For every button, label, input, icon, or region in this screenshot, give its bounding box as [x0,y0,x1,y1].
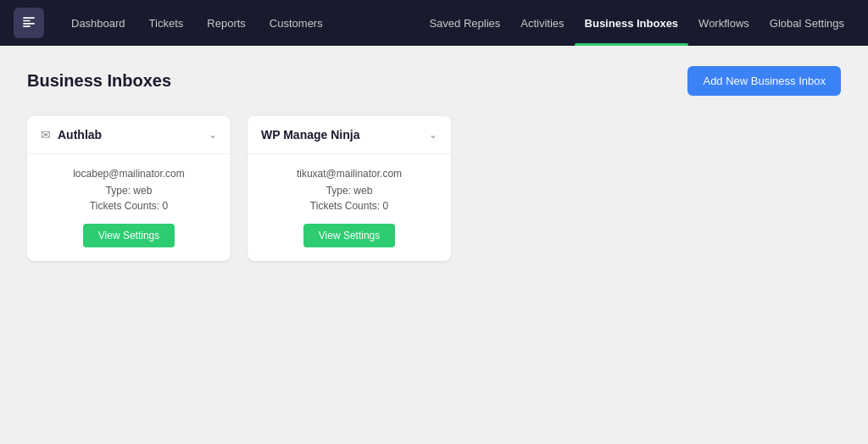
main-content: Business Inboxes Add New Business Inbox … [0,46,868,444]
app-logo[interactable] [14,8,44,38]
inbox-card-authlab: ✉ Authlab ⌄ locabep@mailinator.com Type:… [27,116,231,261]
nav-item-global-settings[interactable]: Global Settings [760,0,854,46]
chevron-down-icon-wp-manage-ninja[interactable]: ⌄ [429,129,437,141]
nav-item-tickets[interactable]: Tickets [139,0,194,46]
card-body-authlab: locabep@mailinator.com Type: web Tickets… [27,154,231,261]
card-header-authlab: ✉ Authlab ⌄ [27,116,231,154]
card-header-left-authlab: ✉ Authlab [41,128,102,142]
inbox-icon-authlab: ✉ [41,128,51,142]
nav-item-workflows[interactable]: Workflows [688,0,760,46]
nav-item-dashboard[interactable]: Dashboard [61,0,136,46]
view-settings-button-authlab[interactable]: View Settings [83,224,175,247]
card-tickets-authlab: Tickets Counts: 0 [41,200,217,212]
nav-left: Dashboard Tickets Reports Customers [61,0,333,46]
nav-item-saved-replies[interactable]: Saved Replies [419,0,510,46]
nav-item-business-inboxes[interactable]: Business Inboxes [575,0,689,46]
card-email-wp-manage-ninja: tikuxat@mailinator.com [261,168,437,180]
view-settings-button-wp-manage-ninja[interactable]: View Settings [303,224,396,247]
nav-right: Saved Replies Activities Business Inboxe… [419,0,854,46]
card-body-wp-manage-ninja: tikuxat@mailinator.com Type: web Tickets… [248,154,451,261]
card-type-wp-manage-ninja: Type: web [261,185,437,197]
inbox-card-wp-manage-ninja: WP Manage Ninja ⌄ tikuxat@mailinator.com… [248,116,451,261]
card-email-authlab: locabep@mailinator.com [41,168,217,180]
cards-grid: ✉ Authlab ⌄ locabep@mailinator.com Type:… [27,116,841,261]
nav-item-reports[interactable]: Reports [197,0,256,46]
card-header-wp-manage-ninja: WP Manage Ninja ⌄ [248,116,451,154]
card-tickets-wp-manage-ninja: Tickets Counts: 0 [261,200,437,212]
card-header-left-wp-manage-ninja: WP Manage Ninja [261,128,359,142]
card-type-authlab: Type: web [41,185,217,197]
page-title: Business Inboxes [27,71,171,91]
card-name-authlab: Authlab [58,128,102,142]
nav-item-customers[interactable]: Customers [259,0,333,46]
nav-item-activities[interactable]: Activities [510,0,574,46]
page-header: Business Inboxes Add New Business Inbox [27,66,841,96]
card-name-wp-manage-ninja: WP Manage Ninja [261,128,359,142]
add-new-business-inbox-button[interactable]: Add New Business Inbox [687,66,841,96]
chevron-down-icon-authlab[interactable]: ⌄ [209,129,217,141]
navbar: Dashboard Tickets Reports Customers Save… [0,0,868,46]
